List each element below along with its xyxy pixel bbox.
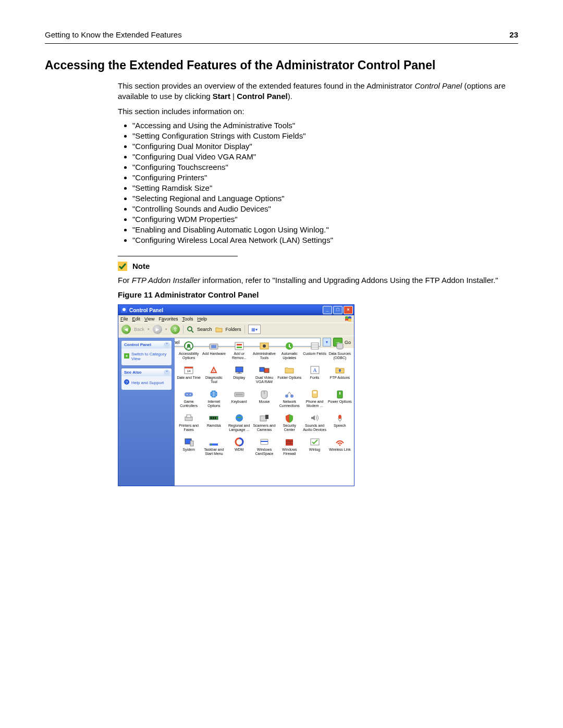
icon-label: Internet Options <box>202 400 226 408</box>
cp-icon-internet-options[interactable]: Internet Options <box>202 389 226 412</box>
app-icon <box>334 413 346 423</box>
topic-item: "Configuring Touchscreens" <box>132 163 518 171</box>
cp-icon-power-options[interactable]: Power Options <box>328 389 352 412</box>
cp-icon-folder-options[interactable]: Folder Options <box>277 365 301 388</box>
cp-icon-regional-and-language[interactable]: Regional and Language ... <box>227 413 251 436</box>
fwd-chevron-icon[interactable]: ▾ <box>165 327 167 331</box>
cp-icon-display[interactable]: Display <box>227 365 251 388</box>
cp-icon-date-and-time[interactable]: 14Date and Time <box>177 365 201 388</box>
svg-rect-13 <box>235 342 243 350</box>
app-icon <box>183 413 194 423</box>
cp-icon-sounds-and-audio-devices[interactable]: Sounds and Audio Devices <box>302 413 326 436</box>
app-icon <box>284 437 295 447</box>
icon-label: Wireless Link <box>329 448 351 451</box>
svg-rect-63 <box>261 441 268 442</box>
cp-icon-add-hardware[interactable]: Add Hardware <box>202 341 226 364</box>
svg-rect-58 <box>190 441 193 446</box>
cp-icon-scanners-and-cameras[interactable]: Scanners and Cameras <box>252 413 276 436</box>
svg-rect-48 <box>187 415 191 417</box>
cp-icon-network-connections[interactable]: Network Connections <box>277 389 301 412</box>
svg-text:?: ? <box>126 380 128 385</box>
cp-icon-wireless-link[interactable]: Wireless Link <box>328 437 352 460</box>
folders-icon[interactable] <box>215 326 223 332</box>
folders-label[interactable]: Folders <box>226 327 241 332</box>
cp-icon-security-center[interactable]: Security Center <box>277 413 301 436</box>
check-icon <box>118 262 127 271</box>
menu-tools[interactable]: Tools <box>182 316 193 322</box>
cp-icon-wdm[interactable]: WDM <box>227 437 251 460</box>
icon-label: Regional and Language ... <box>227 424 251 431</box>
app-icon <box>309 389 321 399</box>
back-button[interactable]: ◄ <box>121 325 131 334</box>
cp-icon-custom-fields[interactable]: Custom Fields <box>302 341 326 364</box>
window-titlebar[interactable]: Control Panel _ □ × <box>118 305 354 315</box>
cp-icon-printers-and-faxes[interactable]: Printers and Faxes <box>177 413 201 436</box>
icon-label: Administrative Tools <box>252 352 276 360</box>
menu-view[interactable]: View <box>144 316 154 322</box>
cp-icon-game-controllers[interactable]: Game Controllers <box>177 389 201 412</box>
cp-icon-automatic-updates[interactable]: Automatic Updates <box>277 341 301 364</box>
app-icon <box>259 341 270 351</box>
cp-icon-diagnostic-tool[interactable]: Diagnostic Tool <box>202 365 226 388</box>
search-icon[interactable] <box>187 326 194 333</box>
cp-icon-administrative-tools[interactable]: Administrative Tools <box>252 341 276 364</box>
svg-point-17 <box>263 344 266 348</box>
help-support-link[interactable]: ? Help and Support <box>124 379 169 386</box>
menu-bar: File Edit View Favorites Tools Help <box>118 315 354 323</box>
menu-edit[interactable]: Edit <box>132 316 141 322</box>
search-label[interactable]: Search <box>197 327 212 332</box>
cp-icon-taskbar-and-start-menu[interactable]: Taskbar and Start Menu <box>202 437 226 460</box>
switch-category-view-link[interactable]: Switch to Category View <box>124 352 169 361</box>
views-button[interactable]: ▦▾ <box>248 325 261 334</box>
close-button[interactable]: × <box>344 306 353 314</box>
cp-icon-accessibility-options[interactable]: Accessibility Options <box>177 341 201 364</box>
cp-icon-phone-and-modem[interactable]: Phone and Modem ... <box>302 389 326 412</box>
up-button[interactable]: ⇧ <box>170 325 180 334</box>
cp-icon-dual-video-vga-ram[interactable]: Dual Video VGA RAM <box>252 365 276 388</box>
forward-button[interactable]: ► <box>153 325 162 334</box>
cp-icon-ramdisk[interactable]: Ramdisk <box>202 413 226 436</box>
icon-label: Accessibility Options <box>177 352 201 360</box>
app-icon <box>208 413 219 423</box>
svg-rect-14 <box>237 344 242 346</box>
cp-icon-fonts[interactable]: AFonts <box>302 365 326 388</box>
maximize-button[interactable]: □ <box>333 306 342 314</box>
svg-rect-12 <box>211 345 216 348</box>
cp-icon-ftp-addons[interactable]: FTP Addons <box>328 365 352 388</box>
cp-icon-system[interactable]: System <box>177 437 201 460</box>
cp-icon-windows-firewall[interactable]: Windows Firewall <box>277 437 301 460</box>
cp-icon-windows-cardspace[interactable]: Windows CardSpace <box>252 437 276 460</box>
topic-item: "Configuring Dual Monitor Display" <box>132 142 518 151</box>
icon-label: Phone and Modem ... <box>302 400 326 408</box>
cp-icon-winlog[interactable]: Winlog <box>302 437 326 460</box>
cp-icon-add-or-remov[interactable]: Add or Remov... <box>227 341 251 364</box>
app-icon <box>234 437 245 447</box>
minimize-button[interactable]: _ <box>323 306 332 314</box>
switch-icon <box>124 353 129 360</box>
collapse-icon[interactable]: ˆ <box>164 342 170 348</box>
app-icon <box>309 413 321 423</box>
window-icon <box>121 306 127 314</box>
app-icon <box>284 389 295 399</box>
app-icon <box>234 365 245 375</box>
app-icon <box>284 365 295 375</box>
icon-label: Diagnostic Tool <box>202 376 226 384</box>
cp-icon-data-sources-odbc[interactable]: Data Sources (ODBC) <box>328 341 352 364</box>
menu-favorites[interactable]: Favorites <box>158 316 178 322</box>
menu-file[interactable]: File <box>120 316 128 322</box>
cp-icon-speech[interactable]: Speech <box>328 413 352 436</box>
collapse-icon[interactable]: ˆ <box>164 369 170 376</box>
menu-help[interactable]: Help <box>197 316 207 322</box>
app-icon <box>259 437 270 447</box>
svg-rect-52 <box>215 417 216 419</box>
topic-item: "Configuring WDM Properties" <box>132 215 518 224</box>
cp-icon-mouse[interactable]: Mouse <box>252 389 276 412</box>
note-rule <box>118 256 238 256</box>
taskbox-title: See Also <box>124 370 142 375</box>
app-icon <box>234 389 245 399</box>
back-chevron-icon[interactable]: ▾ <box>148 327 150 331</box>
back-label: Back <box>134 327 144 332</box>
app-icon <box>284 413 295 423</box>
cp-icon-keyboard[interactable]: Keyboard <box>227 389 251 412</box>
icon-grid: Accessibility OptionsAdd HardwareAdd or … <box>175 338 354 486</box>
